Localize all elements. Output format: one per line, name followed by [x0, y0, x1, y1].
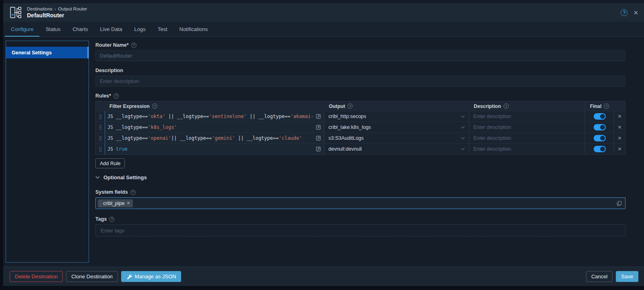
drag-handle-icon[interactable] [96, 144, 105, 154]
description-input[interactable] [95, 76, 625, 87]
destination-drawer: Destinations › Output Router DefaultRout… [3, 3, 644, 286]
help-icon[interactable] [131, 43, 136, 48]
rule-remove-cell [614, 133, 625, 143]
general-settings-form: Router Name* Description Rules* Filter E… [95, 42, 625, 263]
expand-expression-icon[interactable] [316, 124, 321, 130]
tab-test[interactable]: Test [152, 22, 173, 36]
header-description: Description [469, 102, 585, 111]
rule-final-cell [585, 144, 614, 154]
chevron-down-icon [461, 115, 465, 118]
help-icon[interactable] [109, 217, 114, 222]
help-icon[interactable] [604, 104, 609, 109]
final-toggle[interactable] [594, 135, 606, 141]
output-select-value: cribl_http:secops [328, 114, 461, 119]
js-badge: JS [105, 124, 116, 130]
filter-expression-cell[interactable]: JS __logtype=='okta' || __logtype=='sent… [105, 111, 324, 122]
output-select[interactable]: s3:S3AuditLogs [324, 133, 469, 143]
filter-expression[interactable]: __logtype=='okta' || __logtype=='sentine… [116, 114, 313, 119]
system-fields-chips: cribl_pipe [98, 199, 133, 207]
manage-as-json-button[interactable]: Manage as JSON [121, 271, 182, 282]
rule-description-input[interactable] [469, 111, 585, 122]
drag-handle-icon[interactable] [96, 122, 105, 133]
final-toggle[interactable] [594, 113, 606, 120]
system-field-chip-label: cribl_pipe [103, 201, 125, 206]
router-name-input[interactable] [95, 50, 625, 61]
rules-label: Rules* [95, 93, 625, 99]
tab-bar: ConfigureStatusChartsLive DataLogsTestNo… [3, 22, 644, 37]
remove-rule-icon[interactable] [617, 147, 621, 151]
remove-rule-icon[interactable] [617, 125, 621, 130]
drag-handle-icon[interactable] [100, 201, 101, 206]
breadcrumb-output-router[interactable]: Output Router [58, 6, 87, 11]
add-rule-button[interactable]: Add Rule [95, 158, 125, 168]
optional-settings-toggle[interactable]: Optional Settings [95, 174, 625, 180]
tab-configure[interactable]: Configure [5, 22, 39, 36]
rule-final-cell [585, 133, 614, 143]
tab-notifications[interactable]: Notifications [173, 22, 214, 36]
rule-description-input[interactable] [469, 133, 585, 143]
filter-expression[interactable]: true [116, 146, 313, 152]
nav-item-label: General Settings [6, 50, 52, 56]
save-button[interactable]: Save [616, 271, 638, 282]
drag-handle-icon[interactable] [96, 133, 105, 143]
router-name-label: Router Name* [95, 42, 625, 48]
help-icon[interactable] [347, 104, 353, 109]
rule-row: JS __logtype=='k8s_logs' cribl_lake:k8s_… [96, 122, 625, 133]
nav-item-general-settings[interactable]: General Settings [6, 47, 89, 58]
filter-expression-cell[interactable]: JS __logtype=='k8s_logs' [105, 122, 324, 133]
help-icon[interactable] [152, 104, 157, 109]
filter-expression-cell[interactable]: JS true [105, 144, 324, 154]
final-toggle[interactable] [594, 124, 606, 130]
output-router-icon [10, 6, 22, 19]
system-fields-input[interactable]: cribl_pipe [95, 197, 625, 209]
output-select[interactable]: cribl_lake:k8s_logs [324, 122, 469, 133]
remove-rule-icon[interactable] [617, 114, 621, 119]
breadcrumb-separator: › [54, 6, 56, 11]
rules-table-header: Filter Expression Output Description Fin… [96, 102, 625, 111]
breadcrumb-destinations[interactable]: Destinations [27, 6, 52, 11]
tab-charts[interactable]: Charts [66, 22, 94, 36]
clone-destination-button[interactable]: Clone Destination [66, 271, 118, 282]
tags-input[interactable] [95, 224, 625, 236]
tab-status[interactable]: Status [39, 22, 66, 36]
system-field-chip[interactable]: cribl_pipe [98, 199, 133, 207]
output-select[interactable]: devnull:devnull [324, 144, 469, 154]
help-icon[interactable] [621, 9, 627, 16]
rule-final-cell [585, 122, 614, 133]
filter-expression-cell[interactable]: JS __logtype=='openai'|| __logtype=='gem… [105, 133, 324, 143]
filter-expression[interactable]: __logtype=='openai'|| __logtype=='gemini… [116, 135, 313, 141]
output-select-value: devnull:devnull [328, 146, 461, 152]
delete-destination-button[interactable]: Delete Destination [10, 271, 63, 282]
rule-remove-cell [614, 122, 625, 133]
remove-chip-icon[interactable] [127, 201, 130, 205]
expand-expression-icon[interactable] [316, 146, 321, 152]
page-title: DefaultRouter [27, 12, 87, 19]
help-icon[interactable] [504, 104, 509, 109]
remove-rule-icon[interactable] [617, 136, 621, 141]
rule-row: JS true devnull:devnull [96, 143, 625, 154]
cancel-button[interactable]: Cancel [586, 271, 613, 282]
help-icon[interactable] [130, 190, 136, 195]
tab-logs[interactable]: Logs [128, 22, 151, 36]
rule-description-cell [469, 144, 585, 154]
rule-final-cell [585, 111, 614, 122]
js-badge: JS [105, 114, 116, 119]
help-icon[interactable] [114, 93, 119, 99]
output-select-value: s3:S3AuditLogs [328, 135, 461, 141]
expand-expression-icon[interactable] [316, 135, 321, 141]
drag-handle-icon[interactable] [96, 111, 105, 122]
rule-description-input[interactable] [469, 144, 585, 154]
final-toggle[interactable] [594, 146, 606, 152]
chevron-down-icon [461, 126, 465, 128]
breadcrumb: Destinations › Output Router [27, 6, 87, 11]
header-drag-col [96, 102, 105, 111]
filter-expression[interactable]: __logtype=='k8s_logs' [116, 124, 313, 130]
rule-description-cell [469, 122, 585, 133]
output-select[interactable]: cribl_http:secops [324, 111, 469, 122]
rule-row: JS __logtype=='openai'|| __logtype=='gem… [96, 133, 625, 143]
close-icon[interactable] [633, 10, 638, 16]
rule-description-input[interactable] [469, 122, 585, 133]
tab-live-data[interactable]: Live Data [94, 22, 128, 36]
expand-expression-icon[interactable] [316, 114, 321, 119]
copy-icon[interactable] [617, 201, 622, 206]
